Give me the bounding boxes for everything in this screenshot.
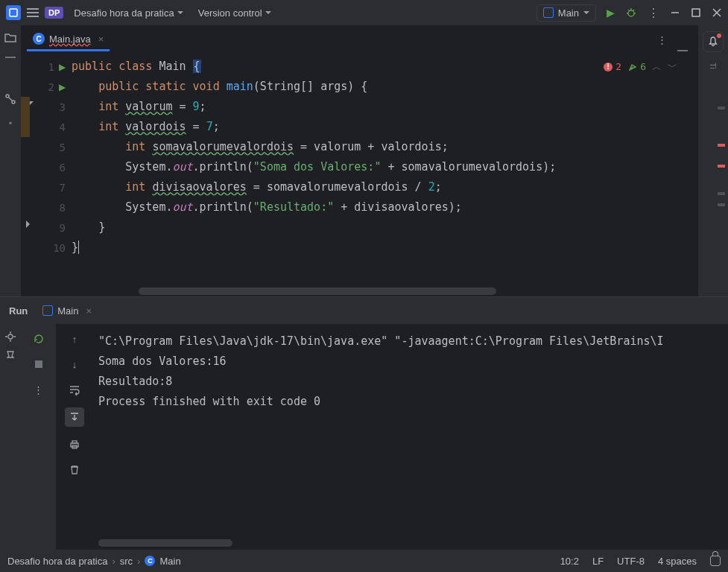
- project-name: Desafio hora da pratica: [74, 7, 174, 19]
- run-left-rail: [0, 324, 21, 550]
- run-button[interactable]: ▶: [607, 7, 615, 19]
- titlebar-right: Main ▶ ⋮: [536, 4, 722, 22]
- breadcrumb-item[interactable]: src: [120, 556, 133, 567]
- error-marker[interactable]: [718, 107, 725, 109]
- notifications-button[interactable]: [703, 31, 724, 52]
- console-toolbar: ↑ ↓: [57, 324, 92, 550]
- svg-rect-1: [10, 9, 17, 16]
- svg-rect-18: [35, 360, 42, 368]
- indent[interactable]: 4 spaces: [658, 556, 697, 567]
- ti-label: Ti: [709, 63, 718, 69]
- error-marker[interactable]: [718, 144, 725, 147]
- gutter-run-icon[interactable]: ▶: [59, 62, 66, 72]
- left-tool-rail: •: [0, 25, 21, 296]
- console-output[interactable]: "C:\Program Files\Java\jdk-17\bin\java.e…: [92, 324, 728, 550]
- tab-label: Main.java: [49, 34, 91, 45]
- maximize-button[interactable]: [691, 7, 701, 18]
- lock-icon[interactable]: [710, 556, 721, 566]
- code-editor[interactable]: 1▶ 2▶ 3 4 5 6 7 8 9 10 !2 6 ︿ ﹀ public c…: [21, 52, 698, 286]
- fold-gutter: [21, 52, 39, 286]
- chevron-right-icon[interactable]: [26, 220, 34, 228]
- svg-rect-9: [692, 9, 700, 16]
- breadcrumb-item[interactable]: Main: [159, 556, 180, 567]
- app-icon[interactable]: [6, 5, 21, 20]
- run-settings-icon[interactable]: [4, 330, 17, 343]
- run-tab-title[interactable]: Run: [9, 305, 28, 317]
- warn-marker[interactable]: [718, 192, 725, 195]
- error-badge[interactable]: !2: [603, 57, 621, 77]
- trash-icon[interactable]: [67, 463, 82, 477]
- titlebar: DP Desafio hora da pratica Version contr…: [0, 0, 728, 25]
- caret-position[interactable]: 10:2: [560, 556, 579, 567]
- run-pin-icon[interactable]: [4, 349, 17, 363]
- collapse-icon[interactable]: [677, 50, 688, 51]
- highlight-marker: [21, 97, 30, 117]
- marker-bar[interactable]: [698, 77, 728, 296]
- svg-point-12: [6, 95, 9, 98]
- dot-icon: •: [9, 118, 13, 129]
- line-gutter: 1▶ 2▶ 3 4 5 6 7 8 9 10: [39, 52, 72, 286]
- tab-main-java[interactable]: C Main.java ×: [27, 27, 110, 51]
- line-separator[interactable]: LF: [592, 556, 604, 567]
- highlight-marker: [21, 117, 30, 137]
- project-dropdown[interactable]: Desafio hora da pratica: [69, 4, 187, 22]
- breadcrumb-item[interactable]: Desafio hora da pratica: [7, 556, 107, 567]
- gutter-run-icon[interactable]: ▶: [59, 82, 66, 92]
- svg-point-17: [8, 334, 13, 339]
- error-marker[interactable]: [718, 165, 725, 168]
- tab-more-menu[interactable]: ⋮: [651, 28, 673, 51]
- svg-point-13: [12, 101, 15, 104]
- warn-marker[interactable]: [718, 203, 725, 206]
- debug-button[interactable]: [625, 7, 637, 19]
- editor-tabs: C Main.java × ⋮: [21, 25, 698, 52]
- rerun-button[interactable]: [31, 331, 46, 346]
- svg-text:!: !: [606, 63, 610, 71]
- console-line: Resultado:8: [98, 372, 722, 392]
- close-icon[interactable]: ×: [86, 305, 92, 317]
- inspection-widget[interactable]: !2 6 ︿ ﹀: [603, 57, 677, 77]
- code-content[interactable]: !2 6 ︿ ﹀ public class Main { public stat…: [72, 52, 698, 286]
- run-toolbar: ⋮: [21, 324, 57, 550]
- up-arrow-icon[interactable]: ↑: [67, 331, 82, 346]
- hamburger-icon[interactable]: [27, 8, 39, 17]
- print-icon[interactable]: [67, 437, 82, 452]
- chevron-right-icon: ›: [137, 556, 140, 567]
- svg-line-14: [9, 98, 12, 101]
- run-tab-main[interactable]: Main ×: [42, 305, 92, 317]
- warning-badge[interactable]: 6: [627, 57, 646, 77]
- version-control-dropdown[interactable]: Version control: [194, 4, 276, 22]
- main-area: • C Main.java × ⋮ 1▶ 2▶ 3 4 5: [0, 25, 728, 296]
- editor-hscrollbar[interactable]: [72, 286, 665, 296]
- close-icon[interactable]: ×: [98, 34, 104, 45]
- chevron-down-icon: [177, 11, 183, 17]
- console-hscrollbar[interactable]: [98, 539, 232, 547]
- project-tool-icon[interactable]: [4, 31, 17, 45]
- svg-rect-20: [72, 441, 77, 443]
- console-line: Process finished with exit code 0: [98, 392, 722, 412]
- console-line: Soma dos Valores:16: [98, 352, 722, 372]
- structure-tool-icon[interactable]: [4, 92, 17, 106]
- close-button[interactable]: [712, 7, 722, 18]
- more-icon[interactable]: ⋮: [31, 382, 46, 397]
- scroll-to-end-icon[interactable]: [65, 407, 84, 427]
- down-arrow-icon[interactable]: ↓: [67, 357, 82, 372]
- encoding[interactable]: UTF-8: [617, 556, 645, 567]
- right-tool-rail: Ti: [698, 25, 728, 296]
- stop-button[interactable]: [31, 357, 46, 372]
- chevron-down-icon: [583, 11, 589, 17]
- run-config-dropdown[interactable]: Main: [536, 4, 596, 22]
- run-body: ⋮ ↑ ↓ "C:\Program Files\Java\jdk-17\bin\…: [0, 324, 728, 550]
- more-menu[interactable]: ⋮: [648, 6, 659, 20]
- prev-highlight-icon[interactable]: ︿: [652, 57, 662, 77]
- minimize-button[interactable]: [670, 7, 680, 18]
- soft-wrap-icon[interactable]: [67, 382, 82, 397]
- next-highlight-icon[interactable]: ﹀: [668, 57, 677, 77]
- breadcrumb[interactable]: Desafio hora da pratica › src › C Main: [7, 556, 181, 567]
- titlebar-left: DP Desafio hora da pratica Version contr…: [6, 4, 531, 22]
- separator-icon: [5, 57, 16, 58]
- project-badge: DP: [45, 7, 63, 19]
- scrollbar-thumb[interactable]: [139, 287, 496, 295]
- editor-column: C Main.java × ⋮ 1▶ 2▶ 3 4 5 6 7: [21, 25, 698, 296]
- run-tool-window: Run Main × ⋮ ↑ ↓ "C:\Program Files\Java\…: [0, 296, 728, 550]
- file-icon: [42, 305, 53, 316]
